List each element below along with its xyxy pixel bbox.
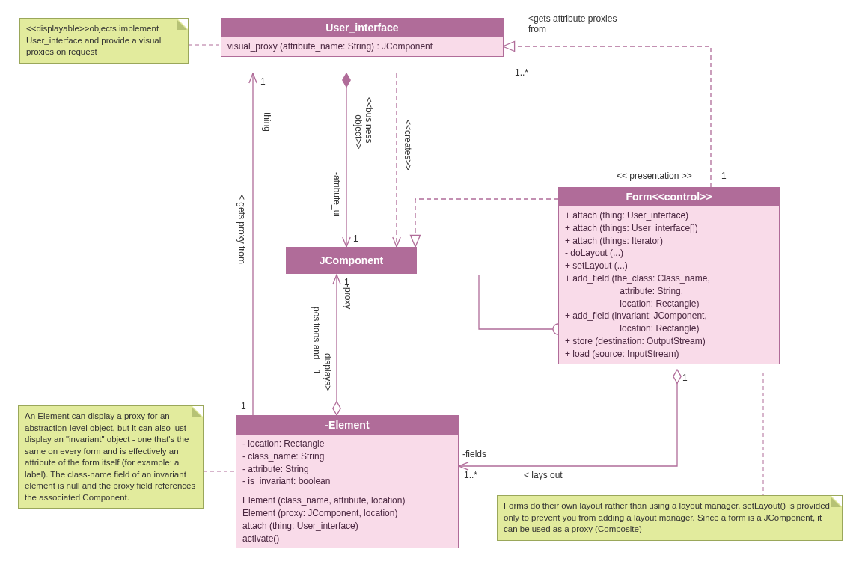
note-text: An Element can display a proxy for an ab… <box>25 411 195 502</box>
uml-canvas: <<displayable>>objects implement User_in… <box>0 0 868 588</box>
label-one-right: 1 <box>721 171 727 181</box>
class-title: Form<<control>> <box>559 188 779 206</box>
class-title: JComponent <box>320 254 384 266</box>
class-user-interface: User_interface visual_proxy (attribute_n… <box>221 18 504 57</box>
label-lays-out: < lays out <box>524 470 563 480</box>
label-atribute-ui: -atribute_ui <box>331 172 342 217</box>
label-displays: displays> <box>323 353 333 391</box>
label-presentation: << presentation >> <box>617 171 692 181</box>
class-jcomponent: JComponent <box>286 247 417 274</box>
note-form: Forms do their own layout rather than us… <box>497 495 843 541</box>
class-element: -Element - location: Rectangle - class_n… <box>236 415 459 548</box>
label-fields: -fields <box>462 449 486 459</box>
label-one-bottom-left: 1 <box>241 401 246 411</box>
label-one-mid-left: 1 <box>353 233 358 244</box>
class-ops: + attach (thing: User_interface) + attac… <box>559 206 779 364</box>
label-business-object: <<business object>> <box>353 97 374 149</box>
note-text: Forms do their own layout rather than us… <box>504 501 830 533</box>
class-form: Form<<control>> + attach (thing: User_in… <box>558 187 780 364</box>
class-title: User_interface <box>221 19 503 37</box>
class-attrs: - location: Rectangle - class_name: Stri… <box>236 434 458 491</box>
class-title: -Element <box>236 416 458 434</box>
note-text: <<displayable>>objects implement User_in… <box>26 24 161 56</box>
label-gets-proxy-from: < gets proxy from <box>236 195 247 264</box>
label-proxy: -proxy <box>343 284 353 309</box>
class-ops: visual_proxy (attribute_name: String) : … <box>221 37 503 56</box>
label-thing: thing <box>262 112 272 132</box>
class-ops: Element (class_name, attribute, location… <box>236 491 458 548</box>
op-lines: Element (class_name, attribute, location… <box>242 494 452 545</box>
op-line: visual_proxy (attribute_name: String) : … <box>227 40 497 53</box>
attr-lines: - location: Rectangle - class_name: Stri… <box>242 438 452 488</box>
label-one-under-form: 1 <box>682 373 688 383</box>
label-one-star-bottom: 1..* <box>464 470 477 480</box>
note-element: An Element can display a proxy for an ab… <box>18 405 204 509</box>
op-lines: + attach (thing: User_interface) + attac… <box>565 209 773 361</box>
label-creates: <<creates>> <box>403 120 413 170</box>
label-one-ui-left: 1 <box>260 76 266 87</box>
label-gets-attr-proxies: <gets attribute proxies from <box>528 13 617 34</box>
note-displayable: <<displayable>>objects implement User_in… <box>19 18 189 64</box>
label-positions-and: positions and 1 <box>311 307 322 375</box>
label-one-star-top: 1..* <box>515 67 528 78</box>
